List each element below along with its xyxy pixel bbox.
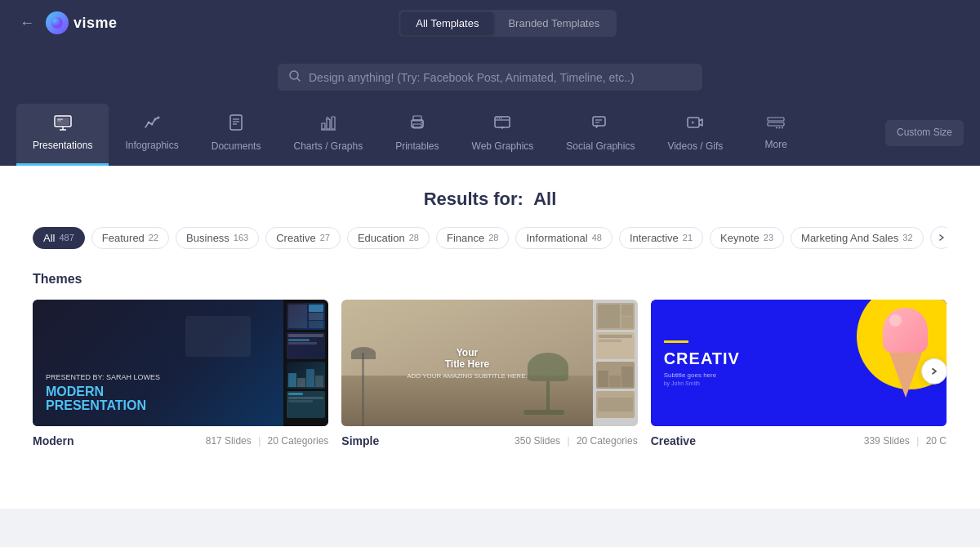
filter-interactive[interactable]: Interactive 21 [619,227,703,249]
svg-rect-38 [768,122,784,126]
theme-preview-simple: YourTitle Here ADD YOUR AMAZING SUBTITLE… [341,300,637,426]
infographics-icon [143,114,161,133]
results-title: Results for: All [33,189,947,210]
filter-scroll-next[interactable] [930,226,947,249]
modern-main-slide: PRESENTED BY: SARAH LOWES MODERN PRESENT… [33,300,283,426]
results-value: All [533,189,556,209]
category-printables[interactable]: Printables [379,104,455,166]
creative-main-slide: CREATIV Subtitle goes here by John Smith [651,300,947,426]
svg-rect-7 [57,119,63,120]
svg-point-11 [154,118,157,121]
filter-row: All 487 Featured 22 Business 163 Creativ… [33,226,947,249]
filter-business[interactable]: Business 163 [176,227,259,249]
simple-thumb-2 [596,332,635,359]
svg-line-2 [297,78,300,81]
theme-card-creative[interactable]: CREATIV Subtitle goes here by John Smith… [651,300,947,447]
more-icon [767,116,785,132]
svg-rect-8 [57,121,61,122]
slide-thumb-3 [287,362,325,389]
svg-rect-13 [230,115,242,130]
svg-point-24 [421,122,422,123]
filter-featured[interactable]: Featured 22 [91,227,169,249]
documents-label: Documents [212,140,261,152]
top-bar: ← visme All Templates Branded Templates [0,0,980,46]
icecream-cone [889,353,922,398]
category-charts[interactable]: Charts / Graphs [277,104,379,166]
categories-row: Presentations Infographics [16,104,964,166]
creative-heading: CREATIV [664,349,740,368]
category-bar: Presentations Infographics [0,46,980,166]
filter-education[interactable]: Education 28 [347,227,430,249]
presentations-icon [54,114,72,133]
category-more[interactable]: More [739,104,813,166]
simple-info: Simple 350 Slides | 20 Categories [341,426,637,447]
theme-preview-creative: CREATIV Subtitle goes here by John Smith [651,300,947,426]
custom-size-button[interactable]: Custom Size [885,120,964,146]
videos-gifs-icon [686,113,704,134]
svg-marker-36 [692,121,695,124]
infographics-label: Infographics [125,140,178,151]
web-graphics-icon [493,113,511,134]
charts-label: Charts / Graphs [293,140,363,152]
creative-meta: 339 Slides | 20 C [864,435,947,447]
filter-finance[interactable]: Finance 28 [436,227,510,249]
svg-rect-17 [322,123,325,129]
category-presentations[interactable]: Presentations [16,104,109,166]
theme-card-modern[interactable]: PRESENTED BY: SARAH LOWES MODERN PRESENT… [33,300,328,447]
charts-icon [319,113,337,134]
creative-author: by John Smith [664,380,740,386]
themes-title: Themes [33,272,947,287]
lamp-pole [362,353,364,426]
creative-stripe [664,340,688,343]
modern-name: Modern [33,434,74,447]
simple-thumbnails [593,300,638,426]
category-documents[interactable]: Documents [195,104,278,166]
social-graphics-icon [591,113,609,134]
filter-all[interactable]: All 487 [33,227,85,249]
creative-text-block: CREATIV Subtitle goes here by John Smith [651,327,753,399]
slide-thumb-4 [287,391,325,418]
category-social-graphics[interactable]: Social Graphics [550,104,651,166]
modern-meta: 817 Slides | 20 Categories [206,435,329,447]
modern-thumbnails [283,300,328,426]
documents-icon [227,113,245,134]
theme-card-simple[interactable]: YourTitle Here ADD YOUR AMAZING SUBTITLE… [341,300,637,447]
icecream-scoop [883,308,928,353]
slide-thumb-1 [287,303,325,330]
template-tab-toggle: All Templates Branded Templates [399,10,617,37]
creative-subtext: Subtitle goes here [664,371,740,379]
search-input[interactable] [309,71,691,84]
filter-creative[interactable]: Creative 27 [265,227,341,249]
modern-label: PRESENTED BY: SARAH LOWES [46,373,270,381]
modern-title: MODERN PRESENTATION [46,385,270,413]
carousel-next-button[interactable] [921,358,947,384]
filter-marketing-sales[interactable]: Marketing And Sales 32 [791,227,923,249]
branded-templates-tab[interactable]: Branded Templates [493,12,614,34]
creative-info: Creative 339 Slides | 20 C [651,426,947,447]
category-web-graphics[interactable]: Web Graphics [456,104,550,166]
simple-subtitle: ADD YOUR AMAZING SUBTITLE HERE. [407,372,527,380]
simple-meta: 350 Slides | 20 Categories [514,435,638,447]
svg-point-29 [501,118,503,119]
category-infographics[interactable]: Infographics [109,104,194,166]
themes-section: Themes PRESENTED BY: SARAH LOWES MODERN … [33,272,947,447]
filter-keynote[interactable]: Keynote 23 [710,227,784,249]
all-templates-tab[interactable]: All Templates [401,12,493,34]
printables-icon [408,113,426,134]
simple-name: Simple [341,434,379,447]
more-label: More [765,139,787,150]
svg-point-39 [782,127,783,128]
videos-gifs-label: Videos / Gifs [667,140,723,152]
svg-point-12 [158,117,160,119]
social-graphics-label: Social Graphics [566,140,635,152]
logo: visme [46,11,118,34]
modern-info: Modern 817 Slides | 20 Categories [33,426,328,447]
presentations-label: Presentations [33,140,92,151]
back-button[interactable]: ← [16,11,38,35]
filter-informational[interactable]: Informational 48 [515,227,612,249]
category-videos-gifs[interactable]: Videos / Gifs [651,104,739,166]
svg-point-28 [499,118,501,119]
chair-silhouette [523,353,572,426]
search-box [278,64,702,91]
svg-point-0 [51,17,63,29]
